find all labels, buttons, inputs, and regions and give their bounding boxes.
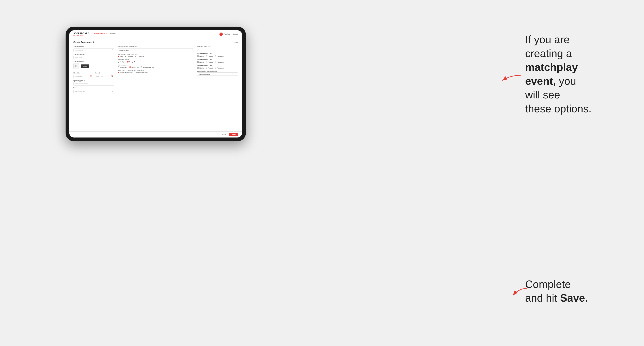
round2-group: Round 2 - Match Type Singles Fourball — [197, 58, 238, 63]
signout-link[interactable]: Sign out — [233, 33, 238, 35]
host-label: Tournament Host — [73, 46, 114, 47]
r3-foursomes[interactable]: Foursomes — [215, 67, 224, 69]
r1-foursomes[interactable]: Foursomes — [215, 55, 224, 57]
form-footer: Cancel Save — [69, 131, 242, 138]
calendar-icon: 📅 — [90, 75, 92, 77]
start-date-label: Start date — [73, 72, 80, 74]
mid-column: Which division is the event for? NCAA Di… — [118, 46, 194, 127]
api-group: Use third-party live scoring API? Leader… — [197, 70, 238, 76]
max-team-group: Maximum Team Size — [197, 46, 238, 51]
sponsor-group: Sponsor (optional) — [73, 80, 114, 86]
gender-group: Which gender is the event for? Mens Wome… — [118, 54, 194, 57]
r2-singles[interactable]: Singles — [197, 61, 204, 63]
host-select-wrap — [73, 48, 114, 52]
r1-fourball[interactable]: Fourball — [206, 55, 213, 57]
division-select[interactable]: NCAA Division I — [118, 48, 194, 52]
annotation-bottom-right: Complete and hit Save. — [525, 277, 632, 305]
start-date-group: Start date 📅 — [73, 71, 93, 78]
form-title: Create Tournament — [73, 41, 94, 43]
form-header: Create Tournament Back — [73, 41, 238, 43]
date-fields: Start date 📅 End date — [73, 71, 114, 78]
round-4[interactable]: 4 — [132, 61, 135, 63]
form-columns: Tournament Host Tournament name — [73, 46, 238, 127]
nav-tournaments[interactable]: TOURNAMENTS — [94, 33, 107, 35]
individuals-option[interactable]: Individuals Only — [135, 72, 147, 73]
teams-radio-group: Teams (+Individuals) Individuals Only — [118, 72, 194, 73]
name-label: Tournament name — [73, 54, 114, 55]
logo-label: Tournament logo — [73, 61, 114, 62]
round-1[interactable]: 1 — [118, 61, 121, 63]
gender-combined[interactable]: Combined — [136, 56, 144, 57]
division-label: Which division is the event for? — [118, 46, 194, 47]
left-column: Tournament Host Tournament name — [73, 46, 114, 127]
r3-fourball[interactable]: Fourball — [206, 67, 213, 69]
tournament-logo-group: Tournament logo 🖼 Upload — [73, 61, 114, 69]
gender-womens[interactable]: Womens — [126, 56, 134, 57]
logo-upload-area: 🖼 Upload — [73, 63, 114, 69]
nav-teams[interactable]: TEAMS — [110, 33, 116, 35]
end-date-group: End date 📅 — [95, 71, 114, 78]
form-container: Create Tournament Back Tournament Host — [69, 38, 242, 138]
end-date-wrap: 📅 — [95, 74, 114, 78]
teams-label: Is this event for Teams and/or Individua… — [118, 70, 194, 71]
brand-sub: Powered by clippit — [73, 35, 89, 36]
teams-group: Is this event for Teams and/or Individua… — [118, 70, 194, 73]
brand-title: SCOREBOARD — [73, 32, 89, 35]
venue-select-wrap — [73, 89, 114, 93]
api-select-wrap[interactable]: Leaderboard King ✕ — [197, 72, 238, 76]
arrow-save — [509, 286, 529, 299]
max-team-input[interactable] — [197, 48, 207, 51]
back-link[interactable]: Back — [234, 41, 238, 43]
arrow-matchplay — [498, 73, 523, 83]
start-date-wrap: 📅 — [73, 74, 93, 78]
rounds-label: Number of rounds — [118, 59, 194, 60]
r2-foursomes[interactable]: Foursomes — [215, 61, 224, 63]
gender-label: Which gender is the event for? — [118, 54, 194, 55]
save-button[interactable]: Save — [229, 133, 238, 136]
api-label: Use third-party live scoring API? — [197, 70, 238, 72]
tablet: SCOREBOARD Powered by clippit TOURNAMENT… — [66, 27, 246, 141]
tablet-screen: SCOREBOARD Powered by clippit TOURNAMENT… — [69, 30, 242, 138]
nav-brand: SCOREBOARD Powered by clippit — [73, 32, 89, 36]
round1-match-type: Singles Fourball Foursomes — [197, 55, 238, 57]
scoring-radio-group: Stroke Play Match Play Medal Match Play — [118, 66, 194, 68]
teams-option[interactable]: Teams (+Individuals) — [118, 72, 133, 73]
r2-fourball[interactable]: Fourball — [206, 61, 213, 63]
venue-input[interactable] — [73, 90, 114, 93]
cancel-button[interactable]: Cancel — [219, 133, 228, 136]
rounds-group: Number of rounds 1 2 — [118, 59, 194, 63]
round2-match-type: Singles Fourball Foursomes — [197, 61, 238, 63]
r1-singles[interactable]: Singles — [197, 55, 204, 57]
round3-match-type: Singles Fourball Foursomes — [197, 67, 238, 69]
upload-button[interactable]: Upload — [81, 64, 89, 68]
navbar: SCOREBOARD Powered by clippit TOURNAMENT… — [69, 30, 242, 38]
round-2[interactable]: 2 — [122, 61, 126, 63]
venue-group: Venue — [73, 87, 114, 93]
max-team-label: Maximum Team Size — [197, 46, 238, 47]
user-label: Test User | — [224, 33, 231, 35]
round-3[interactable]: 3 — [127, 61, 130, 63]
scoring-stroke[interactable]: Stroke Play — [118, 66, 127, 68]
division-group: Which division is the event for? NCAA Di… — [118, 46, 194, 52]
end-date-label: End date — [95, 72, 100, 74]
tournament-name-group: Tournament name — [73, 54, 114, 59]
dates-group: Start date 📅 End date — [73, 71, 114, 78]
api-remove-button[interactable]: ✕ — [232, 73, 233, 75]
host-input[interactable] — [73, 48, 114, 52]
avatar: T — [220, 32, 223, 36]
division-select-wrap: NCAA Division I — [118, 48, 194, 52]
gender-mens[interactable]: Mens — [118, 56, 123, 57]
scoring-match[interactable]: Match Play — [129, 66, 139, 68]
round2-label: Round 2 - Match Type — [197, 58, 238, 60]
right-column: Maximum Team Size Round 1 - Match Type S… — [197, 46, 238, 127]
r3-singles[interactable]: Singles — [197, 67, 204, 69]
round3-group: Round 3 - Match Type Singles Fourball — [197, 64, 238, 69]
scoring-medal[interactable]: Medal Match Play — [140, 66, 154, 68]
logo-preview: 🖼 — [73, 63, 79, 69]
scoring-group: Scoring system Stroke Play Match Play — [118, 64, 194, 68]
name-input[interactable] — [73, 56, 114, 59]
sponsor-input[interactable] — [73, 82, 114, 86]
scoring-label: Scoring system — [118, 64, 194, 66]
api-tag: Leaderboard King — [199, 73, 210, 75]
rounds-radio-group: 1 2 3 — [118, 61, 194, 63]
